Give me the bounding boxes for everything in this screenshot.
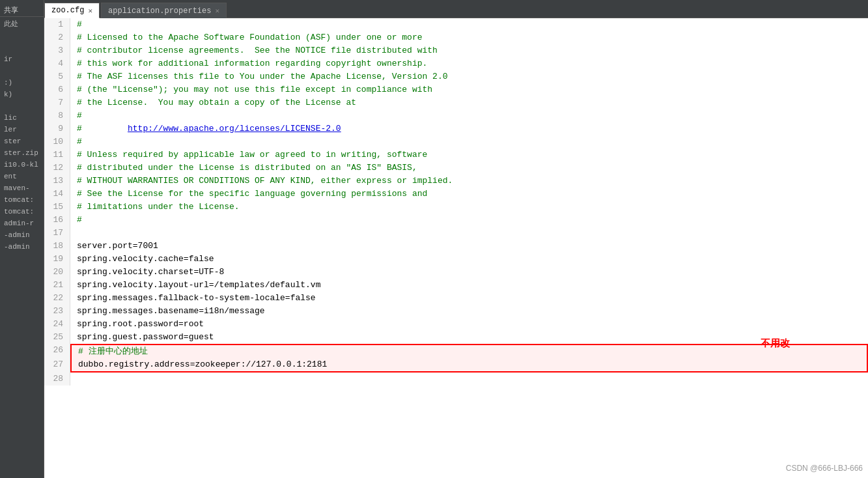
line-content-28 <box>70 373 868 386</box>
line-num-4: 4 <box>44 57 70 70</box>
tab-zoo-cfg-close[interactable]: ✕ <box>88 7 92 15</box>
line-num-13: 13 <box>44 175 70 188</box>
line-num-15: 15 <box>44 201 70 214</box>
line-content-12: # distributed under the License is distr… <box>70 162 868 175</box>
code-line-1: 1 # <box>44 18 868 31</box>
sidebar-item-11[interactable]: ster.zip <box>0 147 44 159</box>
code-line-28: 28 <box>44 373 868 386</box>
line-num-25: 25 <box>44 331 70 344</box>
line-content-22: spring.messages.fallback-to-system-local… <box>70 292 868 305</box>
csdn-watermark: CSDN @666-LBJ-666 <box>786 464 863 473</box>
line-num-26: 26 <box>44 344 70 358</box>
tab-application-properties[interactable]: application.properties ✕ <box>101 3 227 18</box>
line-content-1: # <box>70 18 868 31</box>
sidebar-item-19[interactable]: -admin <box>0 241 44 253</box>
line-content-6: # (the "License"); you may not use this … <box>70 83 868 96</box>
line-num-1: 1 <box>44 18 70 31</box>
sidebar-item-14[interactable]: maven- <box>0 182 44 194</box>
line-num-17: 17 <box>44 227 70 240</box>
line-content-18: server.port=7001 <box>70 240 868 253</box>
line-num-28: 28 <box>44 373 70 386</box>
line-num-22: 22 <box>44 292 70 305</box>
line-content-11: # Unless required by applicable law or a… <box>70 148 868 162</box>
line-content-7: # the License. You may obtain a copy of … <box>70 96 868 109</box>
line-num-9: 9 <box>44 122 70 135</box>
line-content-27: dubbo.registry.address=zookeeper://127.0… <box>70 358 868 373</box>
line-content-25: spring.guest.password=guest <box>70 331 868 344</box>
line-num-14: 14 <box>44 188 70 201</box>
line-content-15: # limitations under the License. <box>70 201 868 214</box>
sidebar-top-label: 共享 <box>0 3 44 17</box>
line-num-8: 8 <box>44 109 70 122</box>
code-line-16: 16 # <box>44 214 868 227</box>
code-line-14: 14 # See the License for the specific la… <box>44 188 868 201</box>
code-line-10: 10 # <box>44 135 868 148</box>
sidebar-item-3[interactable]: ir <box>0 53 44 65</box>
line-content-24: spring.root.password=root <box>70 318 868 331</box>
line-content-16: # <box>70 214 868 227</box>
line-num-3: 3 <box>44 44 70 57</box>
line-num-16: 16 <box>44 214 70 227</box>
sidebar-items: 此处 ir :) k) lic ler ster ster.zip i10.0-… <box>0 18 44 253</box>
code-line-9: 9 # http://www.apache.org/licenses/LICEN… <box>44 122 868 135</box>
code-line-23: 23 spring.messages.basename=i18n/message <box>44 305 868 318</box>
line-content-3: # contributor license agreements. See th… <box>70 44 868 57</box>
code-line-11: 11 # Unless required by applicable law o… <box>44 148 868 162</box>
sidebar-item-1[interactable] <box>0 30 44 42</box>
line-num-5: 5 <box>44 70 70 83</box>
tab-zoo-cfg[interactable]: zoo.cfg ✕ <box>44 3 100 18</box>
code-line-13: 13 # WITHOUT WARRANTIES OR CONDITIONS OF… <box>44 175 868 188</box>
line-num-2: 2 <box>44 31 70 44</box>
line-num-12: 12 <box>44 162 70 175</box>
code-line-17: 17 <box>44 227 868 240</box>
sidebar-item-5[interactable]: :) <box>0 77 44 89</box>
sidebar-item-0[interactable]: 此处 <box>0 18 44 30</box>
code-line-15: 15 # limitations under the License. <box>44 201 868 214</box>
code-lines: 1 # 2 # Licensed to the Apache Software … <box>44 18 868 386</box>
line-num-27: 27 <box>44 358 70 373</box>
sidebar-item-18[interactable]: -admin <box>0 229 44 241</box>
line-content-17 <box>70 227 868 240</box>
sidebar-item-2[interactable] <box>0 42 44 53</box>
sidebar-item-12[interactable]: i10.0-kl <box>0 159 44 171</box>
line-content-21: spring.velocity.layout-url=/templates/de… <box>70 279 868 292</box>
code-line-21: 21 spring.velocity.layout-url=/templates… <box>44 279 868 292</box>
line-num-18: 18 <box>44 240 70 253</box>
code-line-7: 7 # the License. You may obtain a copy o… <box>44 96 868 109</box>
editor-wrapper: 1 # 2 # Licensed to the Apache Software … <box>44 18 868 478</box>
line-content-4: # this work for additional information r… <box>70 57 868 70</box>
code-line-22: 22 spring.messages.fallback-to-system-lo… <box>44 292 868 305</box>
tab-application-properties-label: application.properties <box>108 7 211 16</box>
code-line-26: 26 # 注册中心的地址 <box>44 344 868 358</box>
tab-application-properties-close[interactable]: ✕ <box>215 7 219 15</box>
line-num-11: 11 <box>44 148 70 162</box>
sidebar-item-4[interactable] <box>0 65 44 77</box>
sidebar-item-9[interactable]: ler <box>0 124 44 135</box>
apache-license-link[interactable]: http://www.apache.org/licenses/LICENSE-2… <box>128 124 341 134</box>
line-num-23: 23 <box>44 305 70 318</box>
line-content-23: spring.messages.basename=i18n/message <box>70 305 868 318</box>
sidebar-item-16[interactable]: tomcat: <box>0 206 44 218</box>
code-content: 1 # 2 # Licensed to the Apache Software … <box>44 18 868 478</box>
sidebar-item-15[interactable]: tomcat: <box>0 194 44 206</box>
sidebar-item-13[interactable]: ent <box>0 171 44 182</box>
editor-area: zoo.cfg ✕ application.properties ✕ 1 # <box>44 0 868 478</box>
sidebar-item-17[interactable]: admin-r <box>0 218 44 229</box>
sidebar-item-6[interactable]: k) <box>0 89 44 100</box>
sidebar: 共享 此处 ir :) k) lic ler ster ster.zip i10… <box>0 0 44 478</box>
line-num-21: 21 <box>44 279 70 292</box>
code-line-18: 18 server.port=7001 <box>44 240 868 253</box>
sidebar-item-10[interactable]: ster <box>0 135 44 147</box>
code-line-12: 12 # distributed under the License is di… <box>44 162 868 175</box>
code-line-4: 4 # this work for additional information… <box>44 57 868 70</box>
sidebar-item-8[interactable]: lic <box>0 112 44 124</box>
line-num-20: 20 <box>44 266 70 279</box>
line-content-10: # <box>70 135 868 148</box>
code-editor[interactable]: 1 # 2 # Licensed to the Apache Software … <box>44 18 868 478</box>
code-line-27: 27 dubbo.registry.address=zookeeper://12… <box>44 358 868 373</box>
line-num-6: 6 <box>44 83 70 96</box>
line-num-24: 24 <box>44 318 70 331</box>
code-line-19: 19 spring.velocity.cache=false <box>44 253 868 266</box>
code-line-6: 6 # (the "License"); you may not use thi… <box>44 83 868 96</box>
sidebar-item-7[interactable] <box>0 100 44 112</box>
